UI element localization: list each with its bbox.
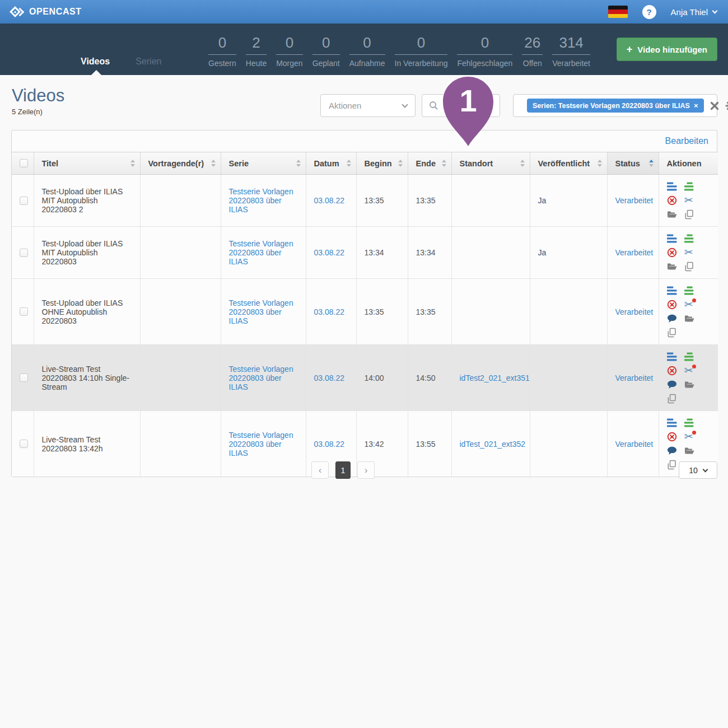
assets-folder-icon[interactable] — [684, 380, 694, 390]
col-datum[interactable]: Datum — [306, 152, 356, 175]
col-ende[interactable]: Ende — [408, 152, 451, 175]
details-icon[interactable] — [667, 234, 677, 244]
delete-icon[interactable] — [667, 195, 677, 206]
publications-icon[interactable] — [684, 234, 694, 244]
assets-folder-icon[interactable] — [684, 314, 694, 324]
publications-icon[interactable] — [684, 352, 694, 362]
col-serie[interactable]: Serie — [221, 152, 306, 175]
sort-icon[interactable] — [598, 160, 602, 167]
col-vortragende[interactable]: Vortragende(r) — [140, 152, 221, 175]
clear-filters-icon[interactable] — [710, 101, 719, 110]
series-link[interactable]: Testserie Vorlagen 20220803 über ILIAS — [229, 239, 293, 266]
actions-dropdown[interactable]: Aktionen — [320, 94, 416, 117]
delete-icon[interactable] — [667, 300, 677, 310]
sort-icon[interactable] — [347, 160, 351, 167]
cut-icon[interactable]: ✂ — [684, 195, 694, 206]
date-link[interactable]: 03.08.22 — [314, 248, 345, 257]
duplicate-icon[interactable] — [684, 209, 694, 220]
edit-table-link[interactable]: Bearbeiten — [665, 136, 708, 146]
filter-settings-gear-icon[interactable] — [725, 100, 728, 111]
col-veroeffentlicht[interactable]: Veröffentlicht — [530, 152, 607, 175]
sort-icon[interactable] — [520, 160, 525, 167]
series-link[interactable]: Testserie Vorlagen 20220803 über ILIAS — [229, 187, 293, 214]
row-checkbox[interactable] — [20, 307, 28, 316]
details-icon[interactable] — [667, 352, 677, 362]
sort-icon[interactable] — [398, 160, 403, 167]
language-flag-icon[interactable] — [608, 6, 628, 18]
comments-icon[interactable] — [667, 446, 677, 456]
stat-offen[interactable]: 26Offen — [522, 34, 543, 68]
stat-verarbeitet[interactable]: 314Verarbeitet — [552, 34, 590, 68]
sort-icon[interactable] — [130, 160, 135, 167]
chip-remove-icon[interactable]: × — [694, 101, 698, 110]
comments-icon[interactable] — [667, 380, 677, 390]
publications-icon[interactable] — [684, 286, 694, 296]
details-icon[interactable] — [667, 418, 677, 428]
delete-icon[interactable] — [667, 248, 677, 258]
cut-icon[interactable]: ✂ — [684, 248, 694, 258]
duplicate-icon[interactable] — [667, 328, 677, 338]
duplicate-icon[interactable] — [667, 394, 677, 404]
location-link[interactable]: idTest2_021_ext351 — [460, 374, 530, 382]
prev-page-button[interactable]: ‹ — [311, 461, 329, 479]
assets-folder-icon[interactable] — [684, 446, 694, 456]
tab-serien[interactable]: Serien — [136, 57, 161, 67]
col-titel[interactable]: Titel — [34, 152, 140, 175]
status-link[interactable]: Verarbeitet — [615, 248, 654, 257]
status-link[interactable]: Verarbeitet — [615, 374, 654, 382]
publications-icon[interactable] — [684, 181, 694, 192]
stat-fehlgeschlagen[interactable]: 0Fehlgeschlagen — [457, 34, 512, 68]
stat-morgen[interactable]: 0Morgen — [276, 34, 302, 68]
search-input[interactable] — [422, 94, 500, 117]
next-page-button[interactable]: › — [357, 461, 375, 479]
user-menu[interactable]: Anja Thiel — [671, 7, 717, 17]
details-icon[interactable] — [667, 286, 677, 296]
sort-icon-active[interactable] — [649, 160, 654, 167]
row-checkbox[interactable] — [20, 197, 28, 205]
sort-icon[interactable] — [296, 160, 301, 167]
status-link[interactable]: Verarbeitet — [615, 196, 654, 205]
date-link[interactable]: 03.08.22 — [314, 374, 345, 382]
series-link[interactable]: Testserie Vorlagen 20220803 über ILIAS — [229, 298, 293, 325]
current-page-button[interactable]: 1 — [335, 461, 351, 479]
stat-geplant[interactable]: 0Geplant — [312, 34, 340, 68]
delete-icon[interactable] — [667, 432, 677, 442]
select-all-checkbox[interactable] — [20, 159, 28, 167]
duplicate-icon[interactable] — [684, 262, 694, 272]
row-checkbox[interactable] — [20, 374, 28, 382]
sort-icon[interactable] — [211, 160, 216, 167]
assets-folder-icon[interactable] — [667, 262, 677, 272]
status-link[interactable]: Verarbeitet — [615, 307, 654, 316]
row-checkbox[interactable] — [20, 440, 28, 448]
location-link[interactable]: idTest_021_ext352 — [460, 440, 526, 449]
add-video-button[interactable]: + Video hinzufügen — [617, 38, 717, 61]
tab-videos[interactable]: Videos — [81, 57, 110, 67]
date-link[interactable]: 03.08.22 — [314, 307, 345, 316]
duplicate-icon[interactable] — [667, 460, 677, 470]
col-standort[interactable]: Standort — [451, 152, 530, 175]
date-link[interactable]: 03.08.22 — [314, 440, 345, 449]
comments-icon[interactable] — [667, 314, 677, 324]
details-icon[interactable] — [667, 181, 677, 192]
stat-aufnahme[interactable]: 0Aufnahme — [349, 34, 385, 68]
page-size-select[interactable]: 10 — [679, 461, 717, 479]
cut-icon[interactable]: ✂ — [684, 366, 694, 376]
help-icon[interactable]: ? — [642, 5, 656, 19]
filter-chip[interactable]: Serien: Testserie Vorlagen 20220803 über… — [527, 99, 704, 113]
row-checkbox[interactable] — [20, 249, 28, 257]
stat-gestern[interactable]: 0Gestern — [208, 34, 236, 68]
col-status[interactable]: Status — [607, 152, 659, 175]
series-link[interactable]: Testserie Vorlagen 20220803 über ILIAS — [229, 431, 293, 458]
cut-icon[interactable]: ✂ — [684, 300, 694, 310]
sort-icon[interactable] — [442, 160, 446, 167]
cut-icon[interactable]: ✂ — [684, 432, 694, 442]
status-link[interactable]: Verarbeitet — [615, 440, 654, 449]
series-link[interactable]: Testserie Vorlagen 20220803 über ILIAS — [229, 365, 293, 391]
col-beginn[interactable]: Beginn — [356, 152, 408, 175]
date-link[interactable]: 03.08.22 — [314, 196, 345, 205]
stat-heute[interactable]: 2Heute — [246, 34, 267, 68]
stat-in-verarbeitung[interactable]: 0In Verarbeitung — [395, 34, 448, 68]
delete-icon[interactable] — [667, 366, 677, 376]
assets-folder-icon[interactable] — [667, 209, 677, 220]
publications-icon[interactable] — [684, 418, 694, 428]
